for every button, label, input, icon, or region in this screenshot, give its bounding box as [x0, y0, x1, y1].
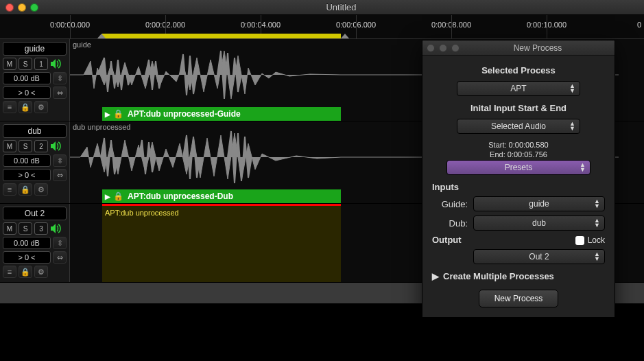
gain-field[interactable]: 0.00 dB: [3, 72, 51, 84]
chevron-updown-icon: ▲▼: [580, 163, 586, 172]
guide-label: Guide:: [432, 199, 468, 209]
process-label: APT:dub unprocessed-Guide: [128, 109, 241, 119]
solo-button[interactable]: S: [19, 140, 32, 152]
menu-icon[interactable]: ≡: [3, 101, 16, 113]
close-icon[interactable]: [427, 44, 435, 52]
range-dropdown[interactable]: Selected Audio ▲▼: [457, 119, 580, 134]
heading-output: Output: [432, 235, 462, 245]
solo-button[interactable]: S: [19, 58, 32, 70]
lock-icon[interactable]: 🔒: [19, 266, 32, 278]
guide-dropdown[interactable]: guide▲▼: [473, 196, 605, 211]
end-label: End: 0:00:05.756: [432, 150, 605, 159]
gain-handle-icon[interactable]: ⇳: [53, 154, 67, 167]
ruler-tick: 0: [637, 21, 641, 29]
gain-field[interactable]: 0.00 dB: [3, 154, 51, 167]
output-dropdown[interactable]: Out 2▲▼: [473, 249, 605, 264]
create-multiple-expander[interactable]: ▶ Create Multiple Processes: [432, 271, 605, 281]
presets-dropdown[interactable]: Presets ▲▼: [446, 160, 591, 175]
chevron-updown-icon: ▲▼: [594, 252, 600, 261]
lock-checkbox[interactable]: Lock: [575, 235, 605, 245]
new-process-button[interactable]: New Process: [479, 290, 559, 307]
traffic-lights: [5, 3, 38, 12]
lock-icon: 🔒: [113, 109, 123, 119]
track-index[interactable]: 3: [34, 222, 48, 235]
timeline-ruler[interactable]: 0:00:00.000 0:00:02.000 0:00:04.000 0:00…: [0, 15, 644, 39]
play-icon[interactable]: ▶: [105, 193, 110, 200]
chevron-updown-icon: ▲▼: [569, 84, 575, 93]
gear-icon[interactable]: ⚙: [34, 266, 48, 278]
range-end-handle[interactable]: [341, 34, 349, 38]
track-header: dub M S 2 0.00 dB⇳ > 0 <⇔ ≡🔒⚙: [0, 121, 70, 203]
process-label: APT:dub unprocessed-Dub: [128, 191, 233, 201]
speaker-icon[interactable]: [50, 140, 62, 152]
track-header: guide M S 1 0.00 dB⇳ > 0 <⇔ ≡🔒⚙: [0, 39, 70, 121]
heading-selected-process: Selected Process: [432, 65, 605, 75]
chevron-right-icon: ▶: [432, 271, 439, 281]
mute-button[interactable]: M: [3, 222, 16, 235]
dub-dropdown[interactable]: dub▲▼: [473, 216, 605, 231]
track-header: Out 2 M S 3 0.00 dB⇳ > 0 <⇔ ≡🔒⚙: [0, 204, 70, 282]
lock-icon[interactable]: 🔒: [19, 101, 32, 113]
output-clip-label: APT:dub unprocessed: [105, 209, 179, 217]
track-index[interactable]: 2: [34, 140, 48, 152]
heading-input-range: Inital Input Start & End: [432, 103, 605, 113]
checkbox-icon: [575, 236, 584, 245]
chevron-updown-icon: ▲▼: [594, 218, 600, 228]
mute-button[interactable]: M: [3, 58, 16, 70]
process-dropdown[interactable]: APT ▲▼: [457, 81, 580, 96]
solo-button[interactable]: S: [19, 222, 32, 235]
track-name[interactable]: guide: [3, 42, 67, 56]
pan-field[interactable]: > 0 <: [3, 251, 51, 264]
chevron-updown-icon: ▲▼: [594, 199, 600, 209]
output-clip[interactable]: APT:dub unprocessed: [102, 204, 341, 282]
menu-icon[interactable]: ≡: [3, 183, 16, 196]
selection-range[interactable]: [102, 34, 341, 38]
mute-button[interactable]: M: [3, 140, 16, 152]
panel-title: New Process: [465, 43, 610, 53]
heading-inputs: Inputs: [432, 182, 605, 192]
pan-handle-icon[interactable]: ⇔: [53, 86, 67, 99]
gain-field[interactable]: 0.00 dB: [3, 237, 51, 249]
zoom-icon[interactable]: [30, 3, 38, 12]
pan-field[interactable]: > 0 <: [3, 169, 51, 181]
track-name[interactable]: Out 2: [3, 207, 67, 220]
dub-label: Dub:: [432, 218, 468, 229]
track-name[interactable]: dub: [3, 124, 67, 138]
close-icon[interactable]: [5, 3, 14, 12]
chevron-updown-icon: ▲▼: [569, 121, 575, 131]
minimize-icon[interactable]: [439, 44, 447, 52]
window-titlebar: Untitled: [0, 0, 644, 15]
new-process-panel: New Process Selected Process APT ▲▼ Init…: [422, 40, 615, 318]
speaker-icon[interactable]: [50, 222, 62, 235]
lock-icon[interactable]: 🔒: [19, 183, 32, 196]
window-title: Untitled: [44, 2, 639, 12]
gear-icon[interactable]: ⚙: [34, 101, 48, 113]
gear-icon[interactable]: ⚙: [34, 183, 48, 196]
lock-icon: 🔒: [113, 191, 123, 201]
pan-handle-icon[interactable]: ⇔: [53, 251, 67, 264]
pan-field[interactable]: > 0 <: [3, 86, 51, 99]
start-label: Start: 0:00:00.580: [432, 141, 605, 149]
panel-titlebar[interactable]: New Process: [422, 40, 615, 56]
track-index[interactable]: 1: [34, 58, 48, 70]
process-bar[interactable]: ▶ 🔒 APT:dub unprocessed-Dub: [102, 189, 341, 203]
menu-icon[interactable]: ≡: [3, 266, 16, 278]
pan-handle-icon[interactable]: ⇔: [53, 169, 67, 181]
minimize-icon[interactable]: [18, 3, 26, 12]
process-bar[interactable]: ▶ 🔒 APT:dub unprocessed-Guide: [102, 107, 341, 121]
gain-handle-icon[interactable]: ⇳: [53, 237, 67, 249]
range-start-handle[interactable]: [97, 34, 106, 38]
zoom-icon[interactable]: [451, 44, 460, 52]
play-icon[interactable]: ▶: [105, 110, 110, 118]
gain-handle-icon[interactable]: ⇳: [53, 72, 67, 84]
speaker-icon[interactable]: [50, 58, 62, 70]
